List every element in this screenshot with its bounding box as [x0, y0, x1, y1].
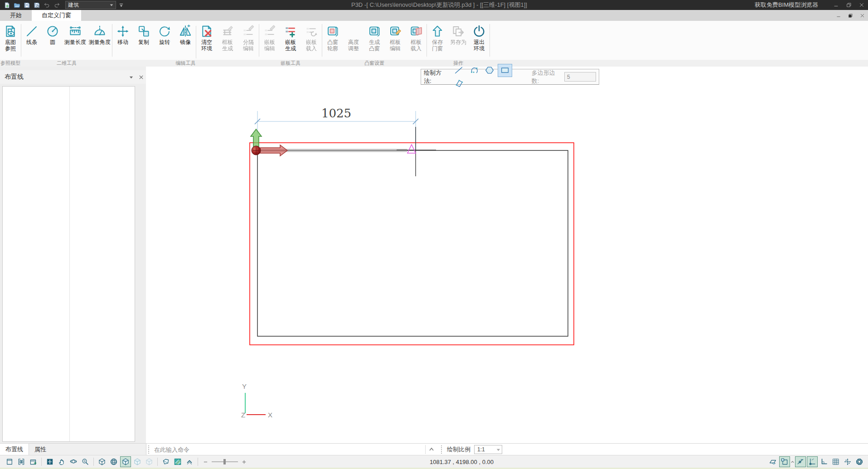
ribbon-button-rotate-tool[interactable]: 旋转 [154, 23, 175, 45]
minimize-button[interactable] [830, 0, 843, 10]
ribbon-button-circle-tool[interactable]: 圆 [42, 23, 63, 45]
polygon-sides-input[interactable] [564, 72, 596, 82]
panel-column-divider [69, 87, 70, 441]
command-input[interactable] [153, 445, 409, 454]
draw-method-line-button[interactable] [451, 64, 466, 77]
ribbon-button-panel-generate[interactable]: 嵌板生成 [280, 23, 301, 52]
profile-dropdown[interactable]: 建筑 [65, 1, 116, 9]
draw-method-polygon-button[interactable] [482, 64, 497, 77]
scale-drag-handle[interactable] [441, 445, 443, 454]
view-wire-sphere-button[interactable] [108, 456, 119, 467]
toolbar-options-button[interactable] [119, 3, 124, 8]
ribbon-button-bay-generate[interactable]: 生成凸窗 [364, 23, 385, 52]
view-ghost-button[interactable] [132, 456, 143, 467]
outer-red-rectangle[interactable] [250, 143, 574, 345]
ribbon-button-frame-edit[interactable]: 框板编辑 [385, 23, 406, 52]
command-bar-drag-handle[interactable] [148, 445, 150, 454]
command-bar-collapse-button[interactable] [425, 445, 437, 454]
snap-perp-button[interactable] [807, 456, 818, 467]
collapse-up-button[interactable] [184, 456, 195, 467]
ribbon-button-measure-angle[interactable]: 测量角度 [87, 23, 112, 45]
snap-shape-button[interactable] [767, 456, 778, 467]
ribbon-button-exit-environment[interactable]: 退出环境 [469, 23, 490, 52]
pan-button[interactable] [56, 456, 67, 467]
panel-tab-layout-lines[interactable]: 布置线 [0, 444, 29, 455]
minimize-button[interactable] [833, 10, 844, 21]
draw-method-rotated-rectangle-button[interactable] [451, 77, 466, 90]
group-separator [490, 24, 490, 57]
snap-rect-button[interactable] [779, 456, 790, 467]
ribbon-button-bay-outline[interactable]: 凸窗轮廓 [322, 23, 343, 52]
ribbon-button-frame-load[interactable]: 框板载入 [406, 23, 427, 52]
ribbon-button-label: 高度调整 [348, 39, 359, 52]
zoom-slider-track[interactable] [212, 461, 238, 462]
view-shaded-button[interactable] [120, 456, 131, 467]
ribbon-button-line-tool[interactable]: 线条 [21, 23, 42, 45]
panel-generate-icon [283, 24, 298, 39]
panel-title: 布置线 [5, 73, 24, 81]
ribbon-button-save-door[interactable]: 保存门窗 [427, 23, 448, 52]
drawing-canvas[interactable]: 1025 Y [146, 67, 868, 443]
tab-start[interactable]: 开始 [0, 10, 32, 21]
section-shape-button[interactable] [160, 456, 171, 467]
redo-icon[interactable] [53, 1, 61, 9]
zoom-slider[interactable] [203, 459, 247, 464]
save-icon[interactable] [23, 1, 31, 9]
settings-gear-button[interactable] [854, 456, 865, 467]
draw-scale-select[interactable]: 1:1 [474, 445, 502, 454]
ribbon-button-measure-length[interactable]: 测量长度 [63, 23, 87, 45]
view-wireframe-button[interactable] [97, 456, 107, 467]
move-gizmo-button[interactable] [842, 456, 853, 467]
zoom-button[interactable] [80, 456, 91, 467]
draw-method-rectangle-button[interactable] [498, 64, 512, 77]
orbit-button[interactable] [68, 456, 79, 467]
ribbon-button-copy-tool[interactable]: 复制 [133, 23, 154, 45]
rotate-tool-icon [157, 24, 172, 39]
zoom-extents-button[interactable] [44, 456, 55, 467]
close-button[interactable] [855, 0, 868, 10]
ribbon-button-label: 测量角度 [89, 39, 111, 45]
ribbon-button-height-adjust[interactable]: 高度调整 [343, 23, 364, 52]
clear-environment-icon [199, 24, 214, 39]
ribbon-button-move-tool[interactable]: 移动 [112, 23, 133, 45]
restore-button[interactable] [844, 10, 856, 21]
new-file-icon[interactable] [3, 1, 11, 9]
snap-nearest-button[interactable] [795, 456, 806, 467]
dimension-value-label: 1025 [321, 106, 351, 120]
ribbon-button-base-map-reference[interactable]: 底图参照 [0, 23, 21, 52]
open-file-icon[interactable] [13, 1, 21, 9]
view-solid-button[interactable] [144, 456, 155, 467]
panel-content[interactable] [2, 86, 135, 442]
ribbon-tab-strip: 开始 自定义门窗 [0, 10, 868, 21]
zoom-slider-handle[interactable] [223, 459, 226, 464]
undo-icon[interactable] [43, 1, 51, 9]
zoom-out-icon[interactable] [203, 459, 208, 464]
snap-options-caret[interactable] [790, 459, 795, 465]
new-view-button[interactable] [4, 456, 15, 467]
edges-toggle-button[interactable] [172, 456, 183, 467]
gizmo-right-arrow[interactable] [260, 145, 287, 156]
draw-scale-value: 1:1 [477, 446, 485, 453]
ribbon-group-label: 嵌板工具 [259, 60, 322, 67]
draw-method-arc-button[interactable] [467, 64, 481, 77]
ribbon-button-clear-environment[interactable]: 清空环境 [196, 23, 217, 52]
panel-menu-button[interactable] [126, 73, 136, 82]
close-button[interactable] [856, 10, 868, 21]
restore-button[interactable] [843, 0, 855, 10]
ribbon-button-divider-edit: 分隔编辑 [238, 23, 259, 52]
tab-custom-door-window[interactable]: 自定义门窗 [32, 10, 81, 21]
save-settings-icon[interactable] [33, 1, 41, 9]
ortho-button[interactable] [819, 456, 829, 467]
fit-views-button[interactable] [16, 456, 27, 467]
polygon-sides-label: 多边形边数: [532, 69, 562, 85]
grid-button[interactable] [830, 456, 841, 467]
ribbon-button-mirror-tool[interactable]: 镜像 [175, 23, 196, 45]
zoom-in-icon[interactable] [242, 459, 247, 464]
panel-tab-properties[interactable]: 属性 [29, 444, 52, 455]
inner-black-rectangle[interactable] [257, 150, 568, 336]
panel-close-button[interactable] [136, 73, 146, 82]
ribbon-button-label: 分隔编辑 [243, 39, 254, 52]
bim-browser-link[interactable]: 获取免费BIM模型浏览器 [755, 1, 818, 9]
add-view-button[interactable] [28, 456, 39, 467]
chevron-down-icon [129, 75, 134, 80]
